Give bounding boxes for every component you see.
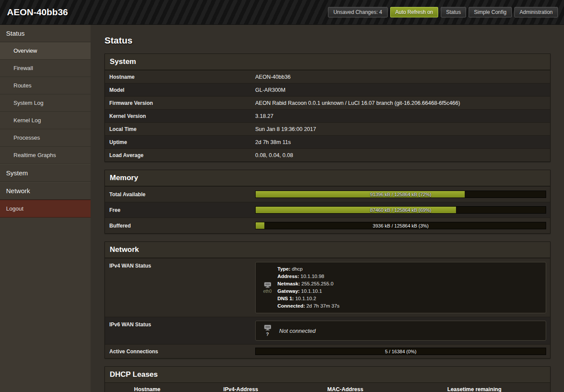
sidebar-item-overview[interactable]: Overview (0, 42, 91, 60)
memory-section-title: Memory (105, 170, 550, 186)
row-value: 3.18.27 (255, 113, 550, 119)
system-row-firmware: Firmware Version AEON Rabid Racoon 0.0.1… (105, 96, 550, 109)
sidebar-section-network[interactable]: Network (0, 182, 91, 200)
dhcp-section-title: DHCP Leases (105, 367, 550, 383)
row-label: IPv4 WAN Status (105, 258, 255, 317)
row-label: Load Average (105, 149, 255, 161)
row-label: Uptime (105, 136, 255, 148)
sidebar: Status Overview Firewall Routes System L… (0, 25, 91, 392)
column-header-mac-address: MAC-Address (292, 383, 399, 392)
wan-detail-line: DNS 1: 10.1.10.2 (277, 295, 542, 302)
system-row-hostname: Hostname AEON-40bb36 (105, 70, 550, 83)
sidebar-item-firewall[interactable]: Firewall (0, 60, 91, 77)
row-label: Firmware Version (105, 97, 255, 109)
sidebar-item-realtime-graphs[interactable]: Realtime Graphs (0, 147, 91, 164)
row-label: Total Available (105, 187, 255, 202)
dhcp-table-header: Hostname IPv4-Address MAC-Address Leaset… (105, 383, 550, 392)
ipv6-wan-row: IPv6 WAN Status ? (105, 317, 550, 344)
column-header-hostname: Hostname (105, 383, 189, 392)
row-label: IPv6 WAN Status (105, 317, 255, 344)
column-header-leasetime: Leasetime remaining (399, 383, 550, 392)
system-row-localtime: Local Time Sun Jan 8 19:36:00 2017 (105, 122, 550, 135)
row-label: Local Time (105, 123, 255, 135)
memory-row-buffered: Buffered 3936 kB / 125864 kB (3%) (105, 218, 550, 233)
system-section: System Hostname AEON-40bb36 Model GL-AR3… (105, 54, 550, 162)
wan-detail-line: Address: 10.1.10.98 (277, 273, 542, 280)
wan-detail-line: Gateway: 10.1.10.1 (277, 288, 542, 295)
progressbar-text: 87460 kB / 125864 kB (69%) (256, 207, 546, 214)
topbar-buttons: Unsaved Changes: 4 Auto Refresh on Statu… (328, 7, 558, 17)
dhcp-leases-section: DHCP Leases Hostname IPv4-Address MAC-Ad… (105, 366, 550, 392)
unknown-interface-label: ? (259, 332, 276, 337)
row-label: Model (105, 84, 255, 96)
tab-administration[interactable]: Administration (514, 7, 558, 17)
memory-free-progressbar: 87460 kB / 125864 kB (69%) (255, 206, 546, 214)
ethernet-icon (264, 327, 271, 332)
row-label: Free (105, 202, 255, 218)
sidebar-item-processes[interactable]: Processes (0, 129, 91, 147)
memory-buffered-progressbar: 3936 kB / 125864 kB (3%) (255, 222, 546, 229)
system-row-uptime: Uptime 2d 7h 38m 11s (105, 135, 550, 148)
top-header: AEON-40bb36 Unsaved Changes: 4 Auto Refr… (0, 0, 564, 25)
ipv4-wan-row: IPv4 WAN Status eth0 (105, 258, 550, 317)
sidebar-item-routes[interactable]: Routes (0, 77, 91, 94)
tab-simple-config[interactable]: Simple Config (469, 7, 512, 17)
memory-row-total: Total Available 91396 kB / 125864 kB (72… (105, 186, 550, 202)
row-value: AEON-40bb36 (255, 74, 550, 80)
memory-row-free: Free 87460 kB / 125864 kB (69%) (105, 202, 550, 218)
row-label: Buffered (105, 218, 255, 233)
row-value: GL-AR300M (255, 87, 550, 93)
tab-status[interactable]: Status (441, 7, 466, 17)
ipv6-status-text: Not connected (276, 328, 316, 334)
auto-refresh-toggle[interactable]: Auto Refresh on (390, 7, 439, 17)
wan-detail-line: Netmask: 255.255.255.0 (277, 280, 542, 288)
ethernet-icon (264, 284, 271, 289)
sidebar-section-system[interactable]: System (0, 164, 91, 182)
system-row-kernel: Kernel Version 3.18.27 (105, 109, 550, 122)
ipv6-wan-status-box: ? Not connected (255, 321, 546, 341)
hostname-title: AEON-40bb36 (7, 0, 68, 24)
row-value: 0.08, 0.04, 0.08 (255, 152, 550, 158)
system-row-model: Model GL-AR300M (105, 83, 550, 96)
system-section-title: System (105, 54, 550, 70)
row-label: Active Connections (105, 345, 255, 358)
row-value: AEON Rabid Racoon 0.0.1 unknown / LuCI 1… (255, 100, 550, 106)
column-header-ipv4-address: IPv4-Address (189, 383, 292, 392)
network-section: Network IPv4 WAN Status e (105, 241, 550, 358)
main-content: Status System Hostname AEON-40bb36 Model… (91, 25, 564, 392)
network-section-title: Network (105, 242, 550, 258)
row-value: Sun Jan 8 19:36:00 2017 (255, 126, 550, 132)
row-label: Kernel Version (105, 110, 255, 122)
row-value: 2d 7h 38m 11s (255, 139, 550, 145)
sidebar-item-system-log[interactable]: System Log (0, 94, 91, 112)
row-label: Hostname (105, 70, 255, 83)
sidebar-section-status[interactable]: Status (0, 25, 91, 42)
progressbar-text: 91396 kB / 125864 kB (72%) (256, 191, 546, 198)
wan-interface-label: eth0 (259, 289, 276, 294)
memory-section: Memory Total Available 91396 kB / 125864… (105, 170, 550, 234)
memory-total-progressbar: 91396 kB / 125864 kB (72%) (255, 191, 546, 198)
wan-detail-line: Connected: 2d 7h 37m 37s (277, 302, 542, 310)
ipv4-wan-status-box: eth0 Type: dhcp Address: 10.1.10.98 Netm… (255, 262, 546, 313)
page-title: Status (105, 35, 550, 46)
progressbar-text: 5 / 16384 (0%) (256, 348, 546, 355)
wan-detail-line: Type: dhcp (277, 265, 542, 273)
progressbar-text: 3936 kB / 125864 kB (3%) (256, 222, 546, 229)
unsaved-changes-button[interactable]: Unsaved Changes: 4 (328, 7, 387, 17)
active-connections-row: Active Connections 5 / 16384 (0%) (105, 344, 550, 358)
system-row-loadavg: Load Average 0.08, 0.04, 0.08 (105, 148, 550, 161)
sidebar-item-logout[interactable]: Logout (0, 200, 91, 218)
connections-progressbar: 5 / 16384 (0%) (255, 348, 546, 355)
sidebar-item-kernel-log[interactable]: Kernel Log (0, 112, 91, 129)
